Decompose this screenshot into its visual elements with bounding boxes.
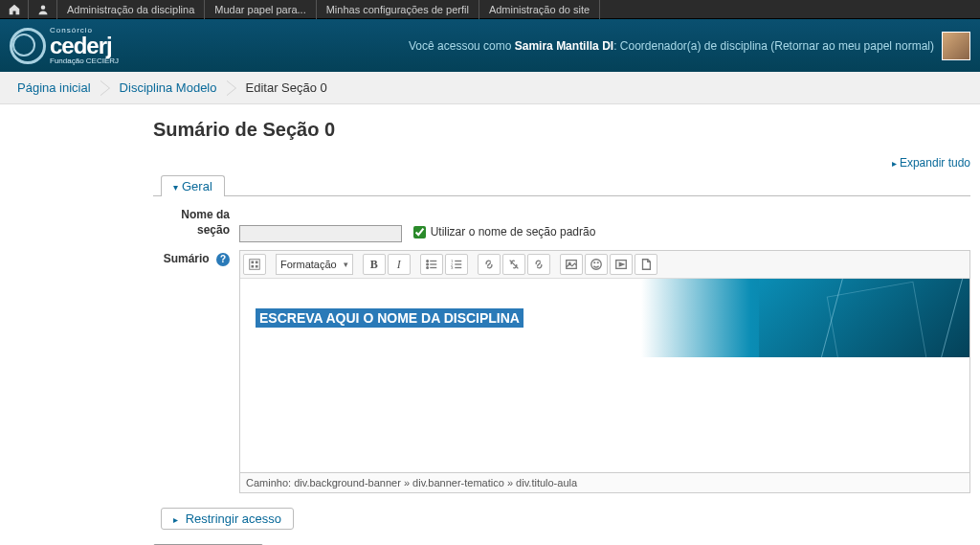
breadcrumb: Página inicial Disciplina Modelo Editar … (0, 72, 980, 104)
unlink-button[interactable] (502, 254, 525, 275)
header-user-info: Você acessou como Samira Mantilla DI: Co… (409, 32, 970, 60)
legend-general[interactable]: ▾Geral (161, 175, 225, 196)
banner-title-text[interactable]: ESCREVA AQUI O NOME DA DISCIPLINA (256, 308, 523, 328)
svg-rect-3 (256, 261, 258, 264)
label-summary: Sumário ? (153, 250, 239, 493)
italic-button[interactable]: I (388, 254, 411, 275)
svg-point-10 (426, 267, 428, 269)
topbar-item-config-perfil[interactable]: Minhas configurações de perfil (317, 0, 479, 19)
chevron-right-icon (100, 80, 110, 96)
home-icon[interactable] (0, 0, 29, 19)
caret-right-icon: ▸ (173, 514, 178, 525)
editor-content-area[interactable]: ESCREVA AQUI O NOME DA DISCIPLINA (240, 279, 969, 472)
link-button[interactable] (478, 254, 501, 275)
breadcrumb-disciplina[interactable]: Disciplina Modelo (112, 77, 225, 99)
format-dropdown[interactable]: Formatação (276, 254, 353, 275)
anchor-button[interactable] (527, 254, 550, 275)
logo-circle-icon (10, 28, 46, 64)
media-button[interactable] (610, 254, 633, 275)
chevron-right-icon (227, 80, 236, 96)
numbered-list-button[interactable]: 123 (445, 254, 468, 275)
topbar: Administração da disciplina Mudar papel … (0, 0, 980, 19)
logo-cederj: cederj (50, 34, 119, 57)
editor-toolbar: Formatação B I 123 (240, 251, 969, 279)
row-summary: Sumário ? Formatação B I (153, 250, 970, 493)
svg-rect-5 (256, 265, 258, 268)
svg-text:3: 3 (451, 265, 454, 270)
svg-point-8 (426, 263, 428, 265)
breadcrumb-current: Editar Seção 0 (238, 77, 335, 99)
avatar[interactable] (942, 32, 970, 60)
expand-all-wrap: ▸Expandir tudo (153, 155, 970, 170)
fieldset-restrict-access: ▸ Restringir acesso (153, 508, 970, 530)
return-role-link[interactable]: Retornar ao meu papel normal (774, 39, 930, 53)
legend-restrict-text: Restringir acesso (186, 511, 281, 526)
header: Consórcio cederj Fundação CECIERJ Você a… (0, 19, 980, 72)
svg-rect-4 (252, 265, 255, 268)
topbar-item-admin-disciplina[interactable]: Administração da disciplina (57, 0, 205, 19)
label-section-name: Nome da seção (153, 206, 239, 242)
caret-right-icon: ▸ (892, 158, 897, 169)
svg-point-21 (594, 262, 595, 263)
username-link[interactable]: Samira Mantilla DI (515, 39, 613, 53)
svg-point-6 (426, 261, 428, 262)
svg-rect-2 (252, 261, 255, 264)
toggle-toolbar-icon[interactable] (243, 254, 266, 275)
discipline-banner: ESCREVA AQUI O NOME DA DISCIPLINA (240, 279, 969, 357)
legend-general-text: Geral (182, 179, 212, 193)
legend-restrict-access[interactable]: ▸ Restringir acesso (161, 508, 294, 530)
bullet-list-button[interactable] (420, 254, 443, 275)
main-content: Sumário de Seção 0 ▸Expandir tudo ▾Geral… (0, 104, 980, 545)
caret-down-icon: ▾ (173, 182, 178, 193)
breadcrumb-home[interactable]: Página inicial (10, 77, 99, 99)
topbar-item-admin-site[interactable]: Administração do site (479, 0, 600, 19)
topbar-item-mudar-papel[interactable]: Mudar papel para... (205, 0, 316, 19)
editor-path-bar: Caminho: div.background-banner » div.ban… (240, 472, 969, 492)
page-title: Sumário de Seção 0 (153, 119, 970, 141)
row-section-name: Nome da seção Utilizar o nome de seção p… (153, 206, 970, 242)
logo[interactable]: Consórcio cederj Fundação CECIERJ (10, 27, 119, 65)
user-role: : Coordenador(a) de disciplina (613, 39, 770, 53)
fieldset-general: ▾Geral Nome da seção Utilizar o nome de … (153, 174, 970, 493)
banner-graphic (759, 279, 969, 357)
input-section-name[interactable] (239, 225, 402, 242)
editor-blank-area[interactable] (240, 357, 969, 472)
bold-button[interactable]: B (363, 254, 386, 275)
file-button[interactable] (635, 254, 657, 275)
user-icon[interactable] (29, 0, 57, 19)
svg-rect-1 (250, 260, 260, 270)
svg-point-0 (40, 5, 45, 10)
checkbox-default-name[interactable] (413, 226, 426, 238)
checkbox-default-name-label: Utilizar o nome de seção padrão (431, 225, 596, 238)
expand-all-link[interactable]: Expandir tudo (900, 156, 970, 170)
emoji-button[interactable] (585, 254, 608, 275)
svg-point-22 (597, 262, 598, 263)
logo-fundacao: Fundação CECIERJ (50, 57, 119, 65)
rich-text-editor: Formatação B I 123 (239, 250, 970, 493)
help-icon[interactable]: ? (216, 253, 230, 266)
login-prefix: Você acessou como (409, 39, 515, 53)
image-button[interactable] (560, 254, 583, 275)
